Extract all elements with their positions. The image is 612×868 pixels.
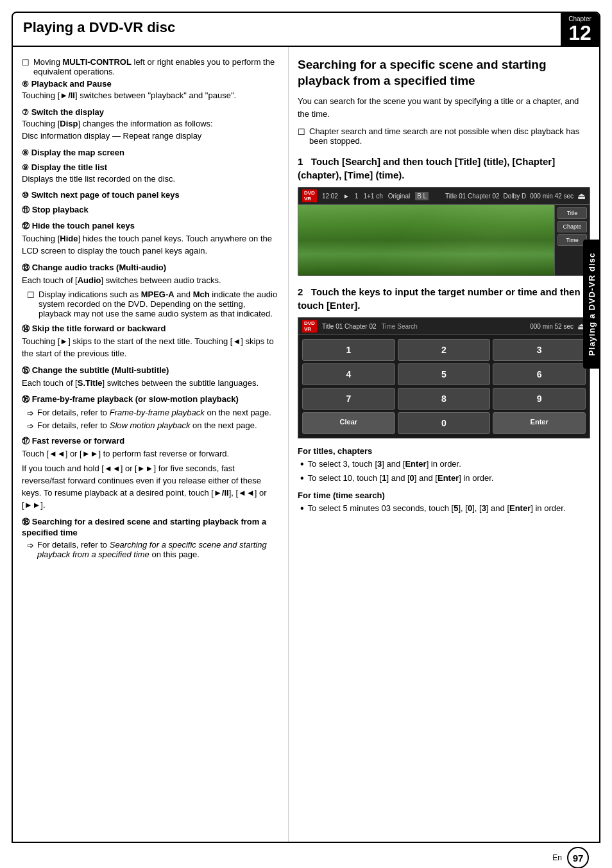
item-7: ⑦ Switch the display Touching [Disp] cha… (22, 107, 279, 143)
item-14-body: Touching [►] skips to the start of the n… (22, 336, 279, 360)
numpad-key-3[interactable]: 3 (493, 339, 586, 361)
dvd-audio2: B L (415, 192, 429, 200)
item-13-arrow-text: Display indications such as MPEG-A and M… (38, 290, 279, 318)
numpad-logo: DVDVR (302, 320, 317, 333)
dvd-image-area-1 (298, 205, 554, 275)
page-number: 97 (573, 853, 584, 864)
dvd-screenshot-1: DVDVR 12:02 ► 1 1+1 ch Original B L Titl… (298, 187, 590, 276)
item-15: ⑮ Change the subtitle (Multi-subtitle) E… (22, 365, 279, 390)
item-18-arrow-text: For details, refer to Searching for a sp… (37, 540, 279, 559)
dvd-play-icon: ► (343, 193, 350, 200)
item-16-arrow1: ➩ For details, refer to Frame-by-frame p… (27, 408, 279, 418)
dvd-title-ch: Title 01 Chapter 02 (445, 193, 500, 200)
item-13-header: ⑬ Change audio tracks (Multi-audio) (22, 263, 279, 273)
step-1-label: 1 Touch [Search] and then touch [Title] … (298, 155, 590, 182)
for-time-section: For time (time search) • To select 5 min… (298, 490, 590, 514)
left-column: ☐ Moving MULTI-CONTROL left or right ena… (13, 47, 289, 842)
item-8: ⑧ Display the map screen (22, 148, 279, 157)
item-6-header: ⑥ Playback and Pause (22, 79, 279, 89)
numpad-title: Title 01 Chapter 02 (322, 323, 377, 330)
item-17-header: ⑰ Fast reverse or forward (22, 436, 279, 447)
numpad-key-enter[interactable]: Enter (493, 412, 586, 434)
page-header: Playing a DVD-VR disc Chapter 12 (12, 12, 600, 47)
bullet-dot-2: • (300, 473, 304, 483)
page-footer: En 97 (12, 843, 600, 868)
step-2-label: 2 Touch the keys to input the target num… (298, 285, 590, 312)
item-8-header: ⑧ Display the map screen (22, 148, 279, 157)
numpad-grid: 1 2 3 4 5 6 7 8 9 Clear 0 Enter (302, 339, 586, 434)
page-number-badge: 97 (567, 847, 589, 868)
for-titles-section: For titles, chapters • To select 3, touc… (298, 446, 590, 483)
item-13: ⑬ Change audio tracks (Multi-audio) Each… (22, 263, 279, 318)
item-17-body1: Touch [◄◄] or [►►] to perform fast rever… (22, 448, 279, 460)
item-11: ⑪ Stop playback (22, 205, 279, 216)
item-17: ⑰ Fast reverse or forward Touch [◄◄] or … (22, 436, 279, 511)
item-18-header: ⑱ Searching for a desired scene and star… (22, 517, 279, 537)
for-titles-text-1: To select 3, touch [3] and [Enter] in or… (308, 458, 461, 470)
numpad-key-clear[interactable]: Clear (302, 412, 395, 434)
dvd-audio: 1+1 ch (363, 193, 382, 200)
title-button[interactable]: Title (557, 207, 587, 219)
numpad-time-right: 000 min 52 sec (530, 323, 574, 330)
item-12: ⑫ Hide the touch panel keys Touching [Hi… (22, 221, 279, 257)
dvd-eject-icon: ⏏ (577, 191, 586, 201)
numpad-screenshot: DVDVR Title 01 Chapter 02 Time Search 00… (298, 317, 590, 438)
dvd-time: 12:02 (322, 193, 338, 200)
numpad-topbar: DVDVR Title 01 Chapter 02 Time Search 00… (298, 318, 590, 335)
checkbox-small-icon: ☐ (27, 290, 35, 300)
item-15-body: Each touch of [S.Title] switches between… (22, 378, 279, 390)
intro-checkbox-item: ☐ Moving MULTI-CONTROL left or right ena… (22, 57, 279, 76)
bullet-dot-1: • (300, 459, 304, 469)
page-container: Playing a DVD-VR disc Chapter 12 Playing… (0, 12, 612, 868)
numpad-key-5[interactable]: 5 (398, 363, 491, 385)
item-6: ⑥ Playback and Pause Touching [►/II] swi… (22, 79, 279, 102)
numpad-key-8[interactable]: 8 (398, 388, 491, 410)
item-12-body: Touching [Hide] hides the touch panel ke… (22, 233, 279, 257)
dvd-content-1: Title Chapte Time (298, 205, 590, 275)
intro-checkbox-text: Moving MULTI-CONTROL left or right enabl… (33, 57, 279, 76)
chapter-number: 12 (568, 22, 591, 43)
for-time-heading: For time (time search) (298, 490, 590, 500)
for-titles-item-1: • To select 3, touch [3] and [Enter] in … (300, 458, 590, 470)
item-9-header: ⑨ Display the title list (22, 162, 279, 172)
for-time-text-1: To select 5 minutes 03 seconds, touch [5… (308, 503, 566, 514)
item-13-body: Each touch of [Audio] switches between a… (22, 275, 279, 287)
item-16: ⑯ Frame-by-frame playback (or slow-motio… (22, 394, 279, 431)
item-17-body2: If you touch and hold [◄◄] or [►►] for f… (22, 463, 279, 511)
dvd-topbar-right-1: Title 01 Chapter 02 Dolby D 000 min 42 s… (445, 191, 586, 201)
right-checkbox-item: ☐ Chapter search and time search are not… (298, 126, 590, 146)
page-lang: En (552, 853, 562, 862)
numpad-key-2[interactable]: 2 (398, 339, 491, 361)
section-heading: Searching for a specific scene and start… (298, 57, 590, 89)
item-6-body: Touching [►/II] switches between "playba… (22, 90, 279, 102)
item-11-header: ⑪ Stop playback (22, 205, 279, 216)
arrow-right-icon-3: ➩ (27, 541, 34, 550)
section-intro: You can search for the scene you want by… (298, 95, 590, 120)
for-titles-item-2: • To select 10, touch [1] and [0] and [E… (300, 473, 590, 484)
main-content: Playing a DVD-VR disc ☐ Moving MULTI-CON… (12, 47, 600, 843)
numpad-key-7[interactable]: 7 (302, 388, 395, 410)
item-7-sub: Disc information display — Repeat range … (22, 130, 279, 143)
item-9-body: Displays the title list recorded on the … (22, 173, 279, 186)
item-12-header: ⑫ Hide the touch panel keys (22, 221, 279, 232)
item-16-arrow2-text: For details, refer to Slow motion playba… (37, 421, 257, 430)
numpad-label: Time Search (382, 323, 418, 330)
bullet-dot-3: • (300, 503, 304, 514)
numpad-key-1[interactable]: 1 (302, 339, 395, 361)
item-15-header: ⑮ Change the subtitle (Multi-subtitle) (22, 365, 279, 376)
numpad-key-6[interactable]: 6 (493, 363, 586, 385)
dvd-track: 1 (355, 193, 359, 200)
item-13-arrow: ☐ Display indications such as MPEG-A and… (27, 290, 279, 318)
numpad-key-4[interactable]: 4 (302, 363, 395, 385)
chapter-button[interactable]: Chapte (557, 221, 587, 232)
for-titles-text-2: To select 10, touch [1] and [0] and [Ent… (308, 473, 494, 484)
side-tab: Playing a DVD-VR disc (583, 239, 600, 369)
arrow-right-icon-2: ➩ (27, 421, 34, 431)
numpad-key-9[interactable]: 9 (493, 388, 586, 410)
dvd-mode: Original (388, 193, 410, 200)
for-time-item-1: • To select 5 minutes 03 seconds, touch … (300, 503, 590, 514)
item-16-header: ⑯ Frame-by-frame playback (or slow-motio… (22, 394, 279, 405)
dvd-topbar-left-1: DVDVR 12:02 ► 1 1+1 ch Original B L (302, 189, 429, 202)
right-checkbox-icon: ☐ (298, 127, 305, 137)
numpad-key-0[interactable]: 0 (398, 412, 491, 434)
